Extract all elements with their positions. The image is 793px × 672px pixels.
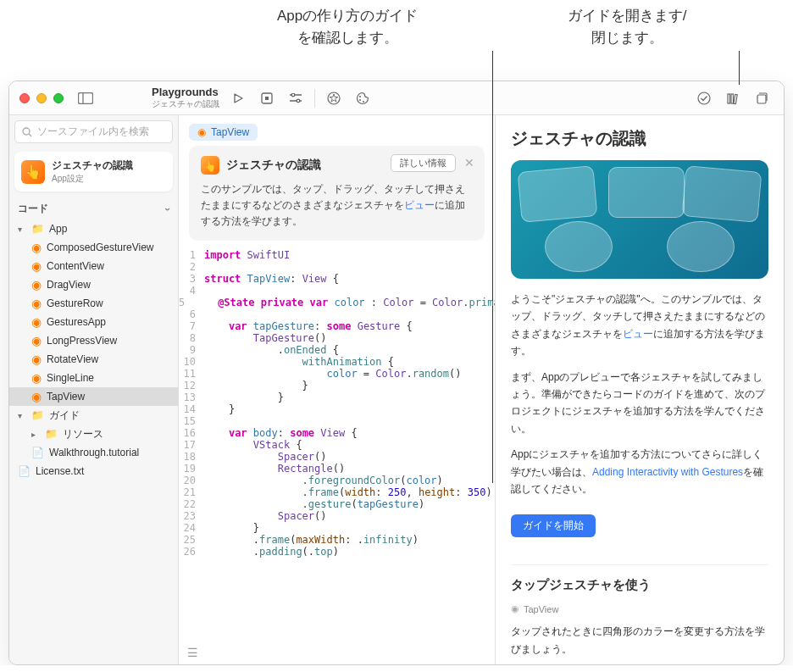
guide-pane: ジェスチャの認識 ようこそ"ジェスチャの認識"へ。このサンプルでは、タップ、ドラ…	[496, 115, 784, 664]
project-subtitle: ジェスチャの認識	[152, 98, 219, 110]
svg-point-10	[359, 99, 361, 101]
swift-icon: ◉	[31, 334, 42, 347]
guide-title: ジェスチャの認識	[511, 127, 768, 150]
search-input[interactable]: ソースファイル内を検索	[14, 120, 173, 143]
svg-point-9	[359, 96, 361, 97]
guide-paragraph-1: ようこそ"ジェスチャの認識"へ。このサンプルでは、タップ、ドラッグ、タッチして押…	[511, 291, 768, 360]
pager-icon[interactable]: ☰	[187, 646, 198, 659]
svg-rect-16	[757, 95, 766, 103]
file-gesturesapp[interactable]: ◉GesturesApp	[9, 313, 178, 331]
run-button[interactable]	[226, 88, 250, 108]
view-link[interactable]: ビュー	[404, 199, 435, 211]
close-window-button[interactable]	[19, 93, 30, 103]
code-section-header[interactable]: コード ›	[9, 198, 178, 219]
file-tree: ▾📁App ◉ComposedGestureView ◉ContentView …	[9, 219, 178, 480]
file-singleline[interactable]: ◉SingleLine	[9, 369, 178, 387]
svg-point-5	[291, 93, 295, 97]
folder-guide[interactable]: ▾📁ガイド	[9, 406, 178, 425]
sample-icon: 👆	[201, 156, 219, 175]
svg-rect-14	[731, 94, 734, 103]
app-settings-card[interactable]: 👆 ジェスチャの認識 App設定	[14, 152, 173, 192]
guide-paragraph-2: まず、Appのプレビューで各ジェスチャを試してみましょう。準備ができたらコードの…	[511, 369, 768, 438]
annotation-guide-callout: Appの作り方のガイド を確認します。	[229, 5, 466, 48]
more-info-button[interactable]: 詳しい情報	[391, 154, 456, 172]
folder-icon: 📁	[31, 223, 44, 235]
app-card-subtitle: App設定	[52, 173, 133, 185]
sidebar: ソースファイル内を検索 👆 ジェスチャの認識 App設定 コード › ▾📁App…	[9, 115, 179, 664]
sample-description: このサンプルでは、タップ、ドラッグ、タッチして押さえたままにするなどのさまざまな…	[201, 181, 473, 230]
folder-resources[interactable]: ▸📁リソース	[9, 425, 178, 443]
swift-icon: ◉	[31, 371, 42, 385]
titlebar: Playgrounds ジェスチャの認識	[9, 81, 784, 115]
close-icon[interactable]: ✕	[464, 156, 474, 169]
sample-title: ジェスチャの認識	[226, 158, 321, 173]
app-title: Playgrounds	[152, 86, 219, 98]
editor-tab[interactable]: ◉ TapView	[189, 124, 258, 141]
svg-line-18	[29, 134, 31, 136]
swift-icon: ◉	[511, 603, 519, 614]
swift-icon: ◉	[31, 278, 42, 292]
annotation-toggle-callout: ガイドを開きます/ 閉じます。	[508, 5, 746, 48]
start-guide-button[interactable]: ガイドを開始	[511, 514, 596, 537]
sidebar-toggle-icon[interactable]	[74, 88, 97, 108]
swift-icon: ◉	[31, 297, 42, 310]
guide-section-tap: タップジェスチャを使う ◉ TapView タップされたときに四角形のカラーを変…	[511, 564, 768, 664]
svg-point-7	[297, 99, 300, 103]
file-longpressview[interactable]: ◉LongPressView	[9, 331, 178, 350]
svg-point-17	[23, 128, 30, 135]
file-icon: 📄	[18, 465, 30, 477]
guide-hero-image	[511, 160, 768, 279]
folder-icon: 📁	[31, 409, 44, 421]
window-title-group: Playgrounds ジェスチャの認識	[145, 86, 219, 110]
chevron-down-icon: ›	[162, 208, 174, 211]
section-file-ref: ◉ TapView	[511, 603, 768, 614]
swift-icon: ◉	[31, 259, 42, 273]
library-icon[interactable]	[721, 88, 745, 108]
view-link[interactable]: ビュー	[623, 328, 653, 340]
settings-icon[interactable]	[284, 88, 308, 108]
editor-pane: ◉ TapView 👆 ジェスチャの認識 詳しい情報 ✕ このサンプルでは、タッ…	[179, 115, 496, 664]
file-gesturerow[interactable]: ◉GestureRow	[9, 294, 178, 313]
doc-link[interactable]: Adding Interactivity with Gestures	[592, 466, 743, 478]
section-title: タップジェスチャを使う	[511, 577, 768, 593]
minimize-window-button[interactable]	[36, 93, 47, 103]
swift-icon: ◉	[31, 353, 42, 366]
annotations-overlay: Appの作り方のガイド を確認します。 ガイドを開きます/ 閉じます。	[0, 0, 793, 81]
swift-icon: ◉	[31, 241, 42, 254]
svg-rect-0	[79, 92, 93, 103]
callout-line-right	[739, 51, 740, 85]
svg-point-12	[698, 92, 710, 104]
document-stack-icon[interactable]	[750, 88, 774, 108]
file-icon: 📄	[31, 447, 44, 458]
swift-icon: ◉	[31, 390, 42, 403]
file-walkthrough[interactable]: 📄Walkthrough.tutorial	[9, 443, 178, 462]
app-window: Playgrounds ジェスチャの認識 ソースファイル内を検索 👆	[8, 81, 785, 665]
svg-rect-15	[734, 94, 737, 103]
swift-icon: ◉	[197, 126, 206, 138]
guide-paragraph-3: Appにジェスチャを追加する方法についてさらに詳しく学びたい場合は、Adding…	[511, 446, 768, 497]
section-description: タップされたときに四角形のカラーを変更する方法を学びましょう。	[511, 623, 768, 658]
sample-info-card: 👆 ジェスチャの認識 詳しい情報 ✕ このサンプルでは、タップ、ドラッグ、タッチ…	[189, 146, 485, 241]
window-controls	[9, 93, 74, 103]
palette-icon[interactable]	[351, 88, 374, 108]
file-tapview[interactable]: ◉TapView	[9, 387, 178, 406]
file-rotateview[interactable]: ◉RotateView	[9, 350, 178, 369]
swift-icon: ◉	[31, 315, 42, 329]
checkmark-icon[interactable]	[692, 88, 716, 108]
stop-button[interactable]	[255, 88, 279, 108]
file-dragview[interactable]: ◉DragView	[9, 275, 178, 294]
file-contentview[interactable]: ◉ContentView	[9, 257, 178, 275]
star-icon[interactable]	[322, 88, 346, 108]
svg-rect-13	[728, 94, 730, 103]
folder-app[interactable]: ▾📁App	[9, 219, 178, 238]
folder-icon: 📁	[45, 428, 58, 440]
app-card-title: ジェスチャの認識	[52, 158, 133, 173]
svg-point-11	[363, 101, 364, 103]
file-composedgestureview[interactable]: ◉ComposedGestureView	[9, 238, 178, 257]
file-license[interactable]: 📄License.txt	[9, 462, 178, 480]
search-icon	[22, 127, 32, 137]
zoom-window-button[interactable]	[53, 93, 64, 103]
code-editor[interactable]: 1import SwiftUI23struct TapView: View {4…	[179, 249, 495, 664]
app-icon: 👆	[21, 160, 45, 184]
svg-rect-3	[265, 97, 269, 100]
